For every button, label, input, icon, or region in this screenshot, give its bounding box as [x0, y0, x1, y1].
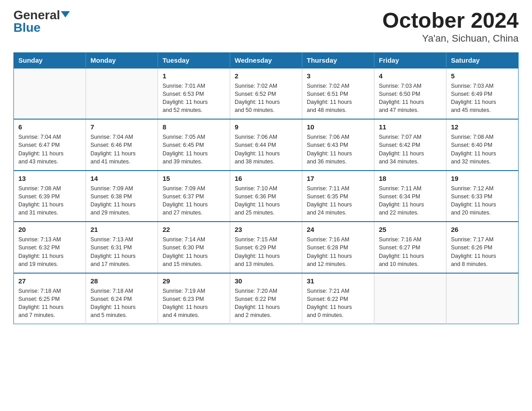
day-info: Sunrise: 7:10 AMSunset: 6:36 PMDaylight:… — [235, 184, 297, 217]
day-info: Sunrise: 7:19 AMSunset: 6:23 PMDaylight:… — [163, 287, 225, 320]
calendar-cell: 5Sunrise: 7:03 AMSunset: 6:49 PMDaylight… — [446, 68, 519, 120]
day-info: Sunrise: 7:09 AMSunset: 6:38 PMDaylight:… — [90, 184, 153, 217]
day-number: 11 — [379, 122, 442, 132]
day-number: 3 — [307, 71, 369, 81]
day-info: Sunrise: 7:02 AMSunset: 6:51 PMDaylight:… — [307, 82, 369, 115]
day-info: Sunrise: 7:03 AMSunset: 6:50 PMDaylight:… — [379, 82, 442, 115]
day-number: 12 — [451, 122, 514, 132]
calendar-cell: 21Sunrise: 7:13 AMSunset: 6:31 PMDayligh… — [86, 222, 158, 273]
day-number: 14 — [90, 174, 153, 183]
calendar-subtitle: Ya'an, Sichuan, China — [382, 33, 519, 44]
week-row-4: 20Sunrise: 7:13 AMSunset: 6:32 PMDayligh… — [14, 222, 519, 273]
day-info: Sunrise: 7:16 AMSunset: 6:28 PMDaylight:… — [307, 235, 369, 268]
day-info: Sunrise: 7:04 AMSunset: 6:47 PMDaylight:… — [18, 133, 81, 166]
calendar-cell: 7Sunrise: 7:04 AMSunset: 6:46 PMDaylight… — [86, 119, 158, 171]
week-row-3: 13Sunrise: 7:08 AMSunset: 6:39 PMDayligh… — [14, 171, 519, 222]
day-number: 17 — [307, 174, 369, 183]
day-info: Sunrise: 7:04 AMSunset: 6:46 PMDaylight:… — [90, 133, 153, 166]
day-info: Sunrise: 7:07 AMSunset: 6:42 PMDaylight:… — [379, 133, 442, 166]
calendar-cell: 20Sunrise: 7:13 AMSunset: 6:32 PMDayligh… — [14, 222, 86, 273]
day-info: Sunrise: 7:13 AMSunset: 6:32 PMDaylight:… — [18, 235, 81, 268]
day-number: 23 — [235, 225, 297, 234]
day-number: 15 — [163, 174, 225, 183]
day-info: Sunrise: 7:08 AMSunset: 6:39 PMDaylight:… — [18, 184, 81, 217]
calendar-cell: 28Sunrise: 7:18 AMSunset: 6:24 PMDayligh… — [86, 273, 158, 324]
calendar-table: Sunday Monday Tuesday Wednesday Thursday… — [13, 52, 519, 325]
calendar-cell: 25Sunrise: 7:16 AMSunset: 6:27 PMDayligh… — [374, 222, 446, 273]
day-number: 8 — [163, 122, 225, 132]
day-info: Sunrise: 7:12 AMSunset: 6:33 PMDaylight:… — [451, 184, 514, 217]
calendar-cell — [86, 68, 158, 120]
header-tuesday: Tuesday — [158, 52, 230, 68]
calendar-cell: 17Sunrise: 7:11 AMSunset: 6:35 PMDayligh… — [302, 171, 374, 222]
day-number: 19 — [451, 174, 514, 183]
logo-triangle-icon — [61, 11, 70, 17]
day-number: 25 — [379, 225, 442, 234]
header-friday: Friday — [374, 52, 446, 68]
day-number: 28 — [90, 276, 153, 286]
calendar-cell: 15Sunrise: 7:09 AMSunset: 6:37 PMDayligh… — [158, 171, 230, 222]
calendar-cell: 4Sunrise: 7:03 AMSunset: 6:50 PMDaylight… — [374, 68, 446, 120]
logo-blue-text: Blue — [13, 21, 41, 34]
day-number: 30 — [235, 276, 297, 286]
calendar-cell — [446, 273, 519, 324]
header-monday: Monday — [86, 52, 158, 68]
calendar-cell: 18Sunrise: 7:11 AMSunset: 6:34 PMDayligh… — [374, 171, 446, 222]
day-number: 5 — [451, 71, 514, 81]
week-row-2: 6Sunrise: 7:04 AMSunset: 6:47 PMDaylight… — [14, 119, 519, 171]
day-info: Sunrise: 7:20 AMSunset: 6:22 PMDaylight:… — [235, 287, 297, 320]
calendar-cell: 11Sunrise: 7:07 AMSunset: 6:42 PMDayligh… — [374, 119, 446, 171]
day-info: Sunrise: 7:06 AMSunset: 6:43 PMDaylight:… — [307, 133, 369, 166]
day-info: Sunrise: 7:11 AMSunset: 6:34 PMDaylight:… — [379, 184, 442, 217]
calendar-cell — [374, 273, 446, 324]
day-info: Sunrise: 7:15 AMSunset: 6:29 PMDaylight:… — [235, 235, 297, 268]
calendar-cell: 6Sunrise: 7:04 AMSunset: 6:47 PMDaylight… — [14, 119, 86, 171]
day-number: 18 — [379, 174, 442, 183]
day-number: 6 — [18, 122, 81, 132]
day-info: Sunrise: 7:03 AMSunset: 6:49 PMDaylight:… — [451, 82, 514, 115]
calendar-cell: 30Sunrise: 7:20 AMSunset: 6:22 PMDayligh… — [230, 273, 302, 324]
day-info: Sunrise: 7:11 AMSunset: 6:35 PMDaylight:… — [307, 184, 369, 217]
day-info: Sunrise: 7:06 AMSunset: 6:44 PMDaylight:… — [235, 133, 297, 166]
calendar-cell: 31Sunrise: 7:21 AMSunset: 6:22 PMDayligh… — [302, 273, 374, 324]
calendar-cell: 9Sunrise: 7:06 AMSunset: 6:44 PMDaylight… — [230, 119, 302, 171]
day-number: 29 — [163, 276, 225, 286]
day-info: Sunrise: 7:08 AMSunset: 6:40 PMDaylight:… — [451, 133, 514, 166]
calendar-cell: 22Sunrise: 7:14 AMSunset: 6:30 PMDayligh… — [158, 222, 230, 273]
day-number: 10 — [307, 122, 369, 132]
day-info: Sunrise: 7:18 AMSunset: 6:24 PMDaylight:… — [90, 287, 153, 320]
week-row-1: 1Sunrise: 7:01 AMSunset: 6:53 PMDaylight… — [14, 68, 519, 120]
logo: General Blue — [13, 9, 70, 34]
calendar-cell: 16Sunrise: 7:10 AMSunset: 6:36 PMDayligh… — [230, 171, 302, 222]
day-number: 9 — [235, 122, 297, 132]
calendar-header: Sunday Monday Tuesday Wednesday Thursday… — [14, 52, 519, 68]
header-thursday: Thursday — [302, 52, 374, 68]
day-number: 13 — [18, 174, 81, 183]
calendar-cell: 3Sunrise: 7:02 AMSunset: 6:51 PMDaylight… — [302, 68, 374, 120]
day-number: 16 — [235, 174, 297, 183]
header-wednesday: Wednesday — [230, 52, 302, 68]
day-info: Sunrise: 7:16 AMSunset: 6:27 PMDaylight:… — [379, 235, 442, 268]
calendar-cell: 12Sunrise: 7:08 AMSunset: 6:40 PMDayligh… — [446, 119, 519, 171]
day-number: 4 — [379, 71, 442, 81]
header-row: Sunday Monday Tuesday Wednesday Thursday… — [14, 52, 519, 68]
calendar-cell: 29Sunrise: 7:19 AMSunset: 6:23 PMDayligh… — [158, 273, 230, 324]
day-number: 27 — [18, 276, 81, 286]
calendar-cell: 27Sunrise: 7:18 AMSunset: 6:25 PMDayligh… — [14, 273, 86, 324]
calendar-cell: 19Sunrise: 7:12 AMSunset: 6:33 PMDayligh… — [446, 171, 519, 222]
day-number: 7 — [90, 122, 153, 132]
day-info: Sunrise: 7:17 AMSunset: 6:26 PMDaylight:… — [451, 235, 514, 268]
calendar-cell: 14Sunrise: 7:09 AMSunset: 6:38 PMDayligh… — [86, 171, 158, 222]
day-number: 31 — [307, 276, 369, 286]
header-saturday: Saturday — [446, 52, 519, 68]
day-info: Sunrise: 7:05 AMSunset: 6:45 PMDaylight:… — [163, 133, 225, 166]
calendar-cell: 2Sunrise: 7:02 AMSunset: 6:52 PMDaylight… — [230, 68, 302, 120]
day-info: Sunrise: 7:14 AMSunset: 6:30 PMDaylight:… — [163, 235, 225, 268]
calendar-cell — [14, 68, 86, 120]
header-sunday: Sunday — [14, 52, 86, 68]
calendar-cell: 8Sunrise: 7:05 AMSunset: 6:45 PMDaylight… — [158, 119, 230, 171]
day-info: Sunrise: 7:02 AMSunset: 6:52 PMDaylight:… — [235, 82, 297, 115]
day-number: 1 — [163, 71, 225, 81]
calendar-cell: 13Sunrise: 7:08 AMSunset: 6:39 PMDayligh… — [14, 171, 86, 222]
calendar-body: 1Sunrise: 7:01 AMSunset: 6:53 PMDaylight… — [14, 68, 519, 324]
